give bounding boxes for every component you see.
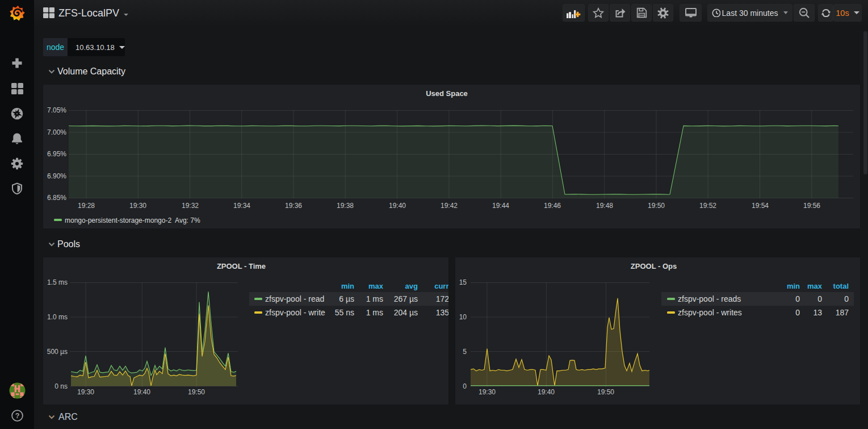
svg-text:?: ? — [15, 412, 19, 420]
